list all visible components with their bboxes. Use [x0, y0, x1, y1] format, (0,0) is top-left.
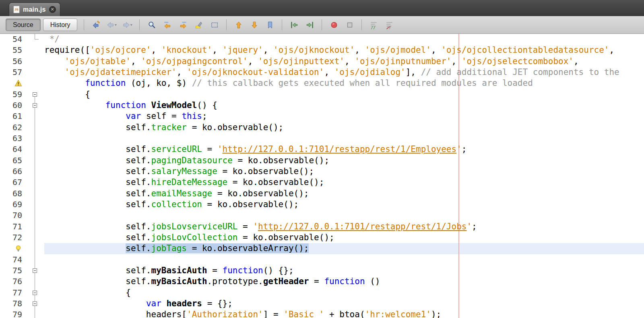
line-number[interactable]: 79 — [0, 309, 25, 318]
fold-toggle-icon[interactable] — [33, 92, 37, 97]
code-line-76[interactable]: 76 self.myBasicAuth.prototype.getHeader … — [0, 276, 644, 287]
code-line-71[interactable]: 71 self.jobsLovserviceURL = 'http://127.… — [0, 221, 644, 232]
previous-bookmark-button[interactable] — [231, 18, 246, 32]
tab-main-js[interactable]: JS main.js ✕ — [9, 2, 60, 16]
code-line-58[interactable]: function (oj, ko, $) // this callback ge… — [0, 78, 644, 89]
code-line-75[interactable]: 75 self.myBasicAuth = function() {}; — [0, 265, 644, 276]
line-number[interactable]: 68 — [0, 188, 25, 199]
line-number[interactable]: 55 — [0, 45, 25, 56]
code-line-56[interactable]: 56 'ojs/ojtable', 'ojs/ojpagingcontrol',… — [0, 56, 644, 67]
line-number[interactable]: 64 — [0, 144, 25, 155]
code-text[interactable]: { — [44, 287, 644, 298]
close-icon[interactable]: ✕ — [49, 6, 56, 13]
code-line-66[interactable]: 66 self.salaryMessage = ko.observable(); — [0, 166, 644, 177]
line-number[interactable]: 70 — [0, 210, 25, 221]
line-number[interactable]: 66 — [0, 166, 25, 177]
fold-toggle-icon[interactable] — [33, 301, 37, 306]
code-text[interactable]: self.myBasicAuth.prototype.getHeader = f… — [44, 276, 644, 287]
code-line-57[interactable]: 57 'ojs/ojdatetimepicker', 'ojs/ojknocko… — [0, 67, 644, 78]
code-line-59[interactable]: 59 { — [0, 89, 644, 100]
code-editor[interactable]: 54 */55require(['ojs/ojcore', 'knockout'… — [0, 34, 644, 318]
selected-text[interactable]: self.jobTags = ko.observableArray(); — [126, 243, 309, 253]
line-number[interactable]: 62 — [0, 122, 25, 133]
code-text[interactable]: */ — [44, 34, 644, 45]
line-number[interactable]: 56 — [0, 56, 25, 67]
code-line-54[interactable]: 54 */ — [0, 34, 644, 45]
code-line-60[interactable]: 60 function ViewModel() { — [0, 100, 644, 111]
code-text[interactable]: 'ojs/ojtable', 'ojs/ojpagingcontrol', 'o… — [44, 56, 644, 67]
code-line-78[interactable]: 78 var headers = {}; — [0, 298, 644, 309]
code-line-73[interactable]: self.jobTags = ko.observableArray(); — [0, 243, 644, 254]
code-text[interactable]: var self = this; — [44, 111, 644, 122]
line-number[interactable]: 76 — [0, 276, 25, 287]
code-line-63[interactable]: 63 — [0, 133, 644, 144]
next-bookmark-button[interactable] — [247, 18, 262, 32]
code-text[interactable]: self.serviceURL = 'http://127.0.0.1:7101… — [44, 144, 644, 155]
find-selection-button[interactable] — [144, 18, 159, 32]
code-text[interactable] — [44, 133, 644, 144]
start-macro-recording-button[interactable] — [326, 18, 341, 32]
history-view-button[interactable]: History — [43, 19, 78, 31]
toggle-highlight-search-button[interactable] — [191, 18, 206, 32]
source-view-button[interactable]: Source — [6, 19, 41, 31]
comment-lines-button[interactable]: // — [366, 18, 381, 32]
back-button[interactable] — [104, 18, 119, 32]
code-line-61[interactable]: 61 var self = this; — [0, 111, 644, 122]
warning-icon-gutter[interactable] — [0, 78, 25, 89]
stop-macro-recording-button[interactable] — [342, 18, 357, 32]
shift-line-right-button[interactable] — [302, 18, 317, 32]
code-line-55[interactable]: 55require(['ojs/ojcore', 'knockout', 'jq… — [0, 45, 644, 56]
code-text[interactable]: self.jobsLovCollection = ko.observable()… — [44, 232, 644, 243]
code-text[interactable] — [44, 254, 644, 265]
line-number[interactable]: 54 — [0, 34, 25, 45]
code-line-68[interactable]: 68 self.emailMessage = ko.observable(); — [0, 188, 644, 199]
fold-indicator[interactable] — [25, 265, 44, 276]
fold-toggle-icon[interactable] — [33, 291, 37, 295]
code-text[interactable]: self.collection = ko.observable(); — [44, 199, 644, 210]
code-line-77[interactable]: 77 { — [0, 287, 644, 298]
line-number[interactable]: 72 — [0, 232, 25, 243]
code-text[interactable]: 'ojs/ojdatetimepicker', 'ojs/ojknockout-… — [44, 67, 644, 78]
find-next-occurrence-button[interactable] — [175, 18, 190, 32]
code-text[interactable]: function (oj, ko, $) // this callback ge… — [44, 78, 644, 89]
line-number[interactable]: 63 — [0, 133, 25, 144]
line-number[interactable]: 74 — [0, 254, 25, 265]
code-line-65[interactable]: 65 self.pagingDatasource = ko.observable… — [0, 155, 644, 166]
code-text[interactable]: self.jobsLovserviceURL = 'http://127.0.0… — [44, 221, 644, 232]
toggle-bookmark-button[interactable] — [262, 18, 277, 32]
line-number[interactable]: 71 — [0, 221, 25, 232]
fold-indicator[interactable] — [25, 89, 44, 100]
code-text[interactable]: require(['ojs/ojcore', 'knockout', 'jque… — [44, 45, 644, 56]
line-number[interactable]: 61 — [0, 111, 25, 122]
toggle-rectangular-selection-button[interactable] — [207, 18, 222, 32]
code-text[interactable]: self.tracker = ko.observable(); — [44, 122, 644, 133]
jump-last-edit-button[interactable] — [89, 18, 103, 32]
code-text[interactable]: self.pagingDatasource = ko.observable(); — [44, 155, 644, 166]
code-text[interactable]: self.salaryMessage = ko.observable(); — [44, 166, 644, 177]
line-number[interactable]: 77 — [0, 287, 25, 298]
code-text[interactable]: self.hireDateMessage = ko.observable(); — [44, 177, 644, 188]
code-text[interactable]: self.myBasicAuth = function() {}; — [44, 265, 644, 276]
code-text[interactable]: self.jobTags = ko.observableArray(); — [44, 243, 644, 254]
line-number[interactable]: 59 — [0, 89, 25, 100]
line-number[interactable]: 75 — [0, 265, 25, 276]
code-text[interactable]: var headers = {}; — [44, 298, 644, 309]
code-line-67[interactable]: 67 self.hireDateMessage = ko.observable(… — [0, 177, 644, 188]
shift-line-left-button[interactable] — [287, 18, 301, 32]
code-text[interactable]: self.emailMessage = ko.observable(); — [44, 188, 644, 199]
code-text[interactable]: headers['Authorization'] = 'Basic ' + bt… — [44, 309, 644, 318]
fold-toggle-icon[interactable] — [33, 103, 37, 108]
code-line-69[interactable]: 69 self.collection = ko.observable(); — [0, 199, 644, 210]
url-link[interactable]: http://127.0.0.1:7101/restapp/rest/1/Emp… — [223, 144, 457, 154]
line-number[interactable]: 65 — [0, 155, 25, 166]
code-text[interactable] — [44, 210, 644, 221]
uncomment-lines-button[interactable]: // — [382, 18, 397, 32]
code-text[interactable]: { — [44, 89, 644, 100]
line-number[interactable]: 57 — [0, 67, 25, 78]
line-number[interactable]: 60 — [0, 100, 25, 111]
code-line-79[interactable]: 79 headers['Authorization'] = 'Basic ' +… — [0, 309, 644, 318]
line-number[interactable]: 69 — [0, 199, 25, 210]
fold-indicator[interactable] — [25, 287, 44, 298]
bulb-icon-gutter[interactable] — [0, 243, 25, 254]
code-text[interactable]: function ViewModel() { — [44, 100, 644, 111]
